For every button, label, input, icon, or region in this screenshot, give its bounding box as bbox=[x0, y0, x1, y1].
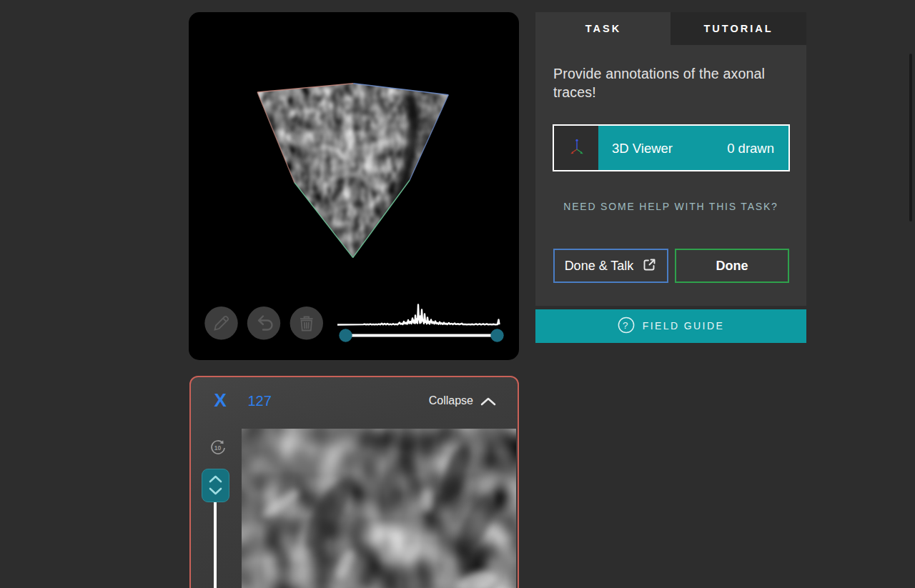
svg-text:?: ? bbox=[623, 320, 630, 331]
svg-text:10: 10 bbox=[214, 444, 221, 452]
